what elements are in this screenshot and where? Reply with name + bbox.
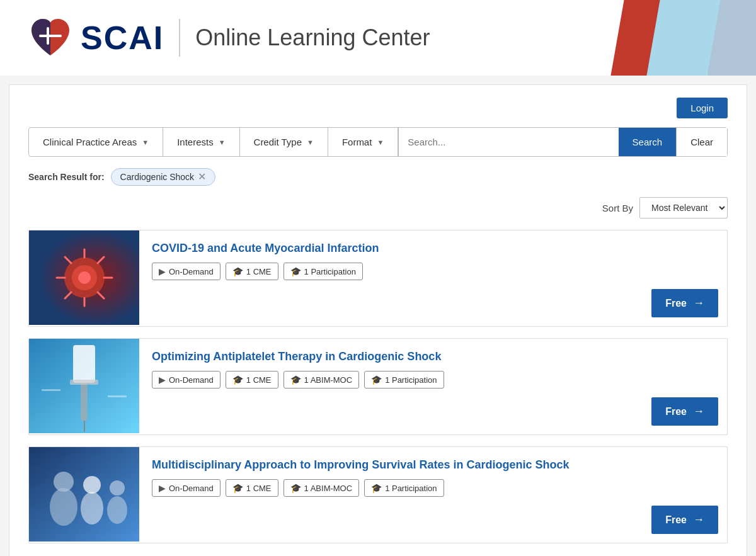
arrow-icon: →	[693, 297, 704, 310]
tag-label: On-Demand	[169, 375, 214, 385]
format-label: Format	[342, 137, 372, 147]
course-card: COVID-19 and Acute Myocardial Infarction…	[28, 230, 728, 327]
tag-icon: 🎓	[232, 483, 243, 493]
top-bar: Login	[28, 98, 728, 118]
course-tag: 🎓 1 Participation	[364, 371, 444, 389]
tag-icon: 🎓	[290, 266, 301, 276]
search-area: Search Clear	[398, 128, 727, 156]
free-label: Free	[665, 406, 687, 417]
svg-rect-20	[108, 395, 127, 397]
tag-icon: ▶	[159, 483, 166, 493]
filter-bar: Clinical Practice Areas ▼ Interests ▼ Cr…	[28, 127, 728, 157]
tag-icon: 🎓	[371, 483, 382, 493]
course-tag: 🎓 1 Participation	[284, 263, 363, 280]
course-title[interactable]: Multidisciplinary Approach to Improving …	[152, 458, 714, 472]
course-tag: 🎓 1 CME	[226, 371, 278, 389]
course-tags: ▶ On-Demand 🎓 1 CME 🎓 1 Participation	[152, 263, 714, 280]
course-tag: ▶ On-Demand	[152, 479, 220, 497]
course-title[interactable]: COVID-19 and Acute Myocardial Infarction	[152, 242, 714, 255]
search-button[interactable]: Search	[619, 128, 677, 156]
course-tag: 🎓 1 CME	[226, 479, 278, 497]
course-tag: ▶ On-Demand	[152, 371, 220, 389]
svg-rect-15	[73, 345, 95, 383]
login-button[interactable]: Login	[677, 98, 728, 118]
sort-bar: Sort By Most Relevant	[28, 197, 728, 218]
free-button[interactable]: Free →	[651, 506, 718, 534]
search-result-label: Search Result for:	[28, 172, 105, 182]
scai-icon	[25, 13, 76, 63]
sort-select[interactable]: Most Relevant	[639, 197, 728, 218]
search-input[interactable]	[399, 128, 618, 156]
tag-icon: 🎓	[290, 483, 301, 493]
search-result-row: Search Result for: Cardiogenic Shock ✕	[28, 168, 728, 186]
tag-label: On-Demand	[169, 267, 214, 276]
svg-rect-17	[70, 380, 98, 385]
course-tags: ▶ On-Demand 🎓 1 CME 🎓 1 ABIM-MOC 🎓 1 Par…	[152, 479, 714, 497]
tag-icon: 🎓	[232, 375, 243, 385]
tag-label: 1 Participation	[385, 375, 437, 385]
svg-rect-16	[81, 383, 88, 421]
tag-label: 1 ABIM-MOC	[304, 375, 353, 385]
close-icon[interactable]: ✕	[198, 172, 206, 182]
interests-label: Interests	[177, 137, 214, 147]
course-body: Optimizing Antiplatelet Therapy in Cardi…	[139, 339, 727, 397]
clear-button[interactable]: Clear	[676, 128, 727, 156]
svg-rect-19	[42, 389, 60, 391]
course-tag: 🎓 1 ABIM-MOC	[284, 479, 360, 497]
search-tag[interactable]: Cardiogenic Shock ✕	[111, 168, 216, 186]
course-body: COVID-19 and Acute Myocardial Infarction…	[139, 230, 727, 289]
svg-point-26	[110, 480, 125, 496]
course-thumbnail	[29, 447, 139, 542]
olc-text: Online Learning Center	[195, 25, 430, 51]
sort-label: Sort By	[602, 203, 633, 213]
main-content: Login Clinical Practice Areas ▼ Interest…	[9, 84, 747, 556]
header-decoration	[617, 0, 756, 76]
tag-label: 1 CME	[246, 375, 272, 385]
course-action: Free →	[651, 506, 727, 543]
logo-divider	[179, 19, 180, 57]
format-filter[interactable]: Format ▼	[328, 128, 398, 156]
tag-label: 1 ABIM-MOC	[304, 484, 353, 493]
clinical-practice-areas-filter[interactable]: Clinical Practice Areas ▼	[29, 128, 163, 156]
course-tag: ▶ On-Demand	[152, 263, 220, 280]
course-thumbnail	[29, 339, 139, 433]
free-label: Free	[665, 514, 687, 526]
svg-point-27	[107, 496, 127, 524]
interests-chevron-icon: ▼	[219, 139, 226, 146]
credit-chevron-icon: ▼	[307, 139, 314, 146]
course-tags: ▶ On-Demand 🎓 1 CME 🎓 1 ABIM-MOC 🎓 1 Par…	[152, 371, 714, 389]
credit-type-label: Credit Type	[254, 137, 302, 147]
interests-filter[interactable]: Interests ▼	[163, 128, 239, 156]
tag-label: 1 Participation	[304, 267, 356, 276]
search-tag-text: Cardiogenic Shock	[120, 172, 195, 182]
scai-logo: SCAI	[25, 13, 164, 63]
svg-point-5	[78, 271, 91, 284]
free-button[interactable]: Free →	[651, 289, 718, 317]
course-card: Optimizing Antiplatelet Therapy in Cardi…	[28, 338, 728, 435]
tag-label: 1 CME	[246, 484, 272, 493]
tag-icon: ▶	[159, 266, 166, 276]
free-button[interactable]: Free →	[651, 397, 718, 426]
tag-label: 1 CME	[246, 267, 272, 276]
course-tag: 🎓 1 ABIM-MOC	[284, 371, 360, 389]
course-action: Free →	[651, 397, 727, 434]
course-tag: 🎓 1 Participation	[364, 479, 444, 497]
tag-label: 1 Participation	[385, 484, 437, 493]
course-body: Multidisciplinary Approach to Improving …	[139, 447, 727, 506]
header-logo: SCAI Online Learning Center	[25, 13, 430, 63]
credit-type-filter[interactable]: Credit Type ▼	[240, 128, 328, 156]
site-header: SCAI Online Learning Center	[0, 0, 756, 76]
svg-rect-21	[29, 447, 139, 542]
course-title[interactable]: Optimizing Antiplatelet Therapy in Cardi…	[152, 350, 714, 363]
course-tag: 🎓 1 CME	[226, 263, 278, 280]
tag-icon: 🎓	[290, 375, 301, 385]
courses-list: COVID-19 and Acute Myocardial Infarction…	[28, 230, 728, 543]
svg-rect-0	[39, 35, 62, 37]
tag-icon: ▶	[159, 375, 166, 385]
arrow-icon: →	[693, 405, 704, 418]
arrow-icon: →	[693, 513, 704, 526]
course-card: Multidisciplinary Approach to Improving …	[28, 446, 728, 543]
format-chevron-icon: ▼	[377, 139, 384, 146]
free-label: Free	[665, 298, 687, 309]
tag-icon: 🎓	[232, 266, 243, 276]
